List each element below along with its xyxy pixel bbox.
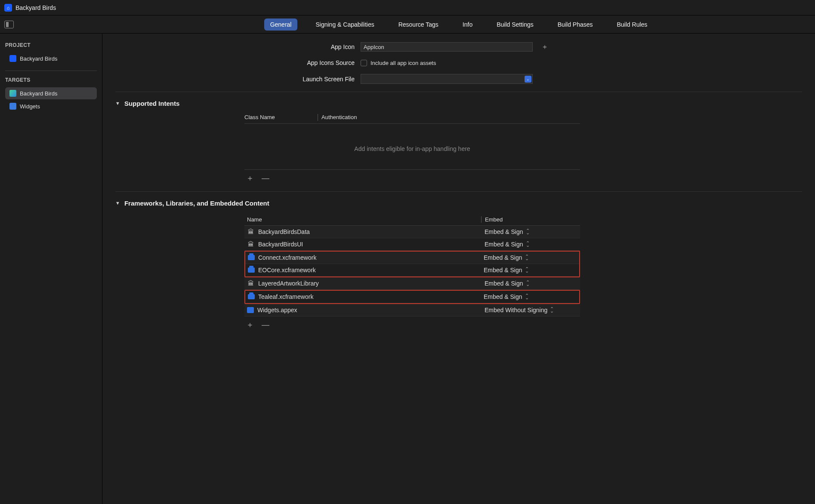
chevron-down-icon: ⌄ [525,76,531,83]
embed-stepper[interactable]: ⌃⌄ [525,268,529,273]
chevron-down-icon: ▼ [115,200,120,206]
embed-value: Embed & Sign [485,228,523,235]
embed-value: Embed & Sign [485,241,523,248]
framework-name: Widgets.appex [257,307,297,313]
targets-heading: TARGETS [5,77,97,83]
intents-col-class: Class Name [244,114,318,121]
framework-name: BackyardBirdsUI [258,241,303,248]
framework-row[interactable]: 🏛LayeredArtworkLibraryEmbed & Sign⌃⌄ [244,277,580,290]
embed-value: Embed & Sign [484,293,522,300]
add-framework-button[interactable]: ＋ [246,321,254,329]
sidebar-target-widgets[interactable]: Widgets [5,100,97,112]
intents-col-auth: Authentication [321,114,357,121]
framework-name: EOCore.xcframework [258,267,316,274]
framework-name: BackyardBirdsData [258,228,310,235]
embed-stepper[interactable]: ⌃⌄ [550,308,554,313]
titlebar: ⌂ Backyard Birds [0,0,815,15]
project-title: Backyard Birds [15,4,56,11]
framework-name: Connect.xcframework [258,254,316,261]
frameworks-table: Name Embed 🏛BackyardBirdsDataEmbed & Sig… [244,214,580,333]
framework-icon [248,267,255,273]
launch-screen-label: Launch Screen File [115,76,361,83]
frameworks-header[interactable]: ▼ Frameworks, Libraries, and Embedded Co… [115,200,802,207]
embed-stepper[interactable]: ⌃⌄ [526,230,530,234]
tab-signing-capabilities[interactable]: Signing & Capabilities [309,18,380,31]
sidebar-toggle-icon[interactable] [4,21,14,28]
project-icon [9,55,16,62]
tab-general[interactable]: General [264,18,298,31]
project-icon: ⌂ [4,4,12,12]
appex-icon [247,307,254,313]
tab-build-phases[interactable]: Build Phases [552,18,599,31]
sidebar-item-label: Widgets [20,103,40,110]
library-icon: 🏛 [247,241,255,248]
frameworks-col-embed: Embed [481,216,580,223]
embed-stepper[interactable]: ⌃⌄ [525,255,529,260]
framework-row[interactable]: Widgets.appexEmbed Without Signing⌃⌄ [244,304,580,317]
embed-value: Embed Without Signing [485,307,547,313]
framework-icon [248,255,255,260]
app-icon-input[interactable] [361,42,533,52]
app-icon-label: App Icon [115,43,361,50]
supported-intents-header[interactable]: ▼ Supported Intents [115,100,802,107]
library-icon: 🏛 [247,228,255,235]
include-icon-assets-label: Include all app icon assets [370,60,436,66]
highlight-annotation: Connect.xcframeworkEmbed & Sign⌃⌄EOCore.… [244,251,580,277]
tab-build-settings[interactable]: Build Settings [491,18,540,31]
framework-row[interactable]: EOCore.xcframeworkEmbed & Sign⌃⌄ [245,264,579,277]
sidebar-divider [5,71,97,71]
target-icon [9,103,16,110]
tab-build-rules[interactable]: Build Rules [611,18,654,31]
tab-info[interactable]: Info [457,18,479,31]
embed-value: Embed & Sign [484,254,522,261]
framework-row[interactable]: Tealeaf.xcframeworkEmbed & Sign⌃⌄ [245,291,579,303]
embed-stepper[interactable]: ⌃⌄ [526,281,530,286]
app-icons-source-label: App Icons Source [115,59,361,66]
project-heading: PROJECT [5,42,97,48]
section-title: Frameworks, Libraries, and Embedded Cont… [124,200,269,207]
framework-row[interactable]: Connect.xcframeworkEmbed & Sign⌃⌄ [245,252,579,264]
framework-row[interactable]: 🏛BackyardBirdsUIEmbed & Sign⌃⌄ [244,238,580,251]
frameworks-col-name: Name [244,216,481,223]
chevron-down-icon: ▼ [115,101,120,106]
toolbar: GeneralSigning & CapabilitiesResource Ta… [0,15,815,34]
section-title: Supported Intents [124,100,179,107]
intents-empty-text: Add intents eligible for in-app handling… [244,124,580,170]
tab-resource-tags[interactable]: Resource Tags [392,18,445,31]
framework-name: LayeredArtworkLibrary [258,280,319,287]
sidebar-item-label: Backyard Birds [20,55,57,62]
framework-row[interactable]: 🏛BackyardBirdsDataEmbed & Sign⌃⌄ [244,226,580,238]
add-intent-button[interactable]: ＋ [246,174,254,182]
target-icon [9,90,16,97]
library-icon: 🏛 [247,280,255,287]
remove-intent-button[interactable]: — [262,174,269,182]
add-app-icon-button[interactable]: ＋ [541,43,548,52]
launch-screen-select[interactable]: ⌄ [361,74,533,84]
framework-icon [248,294,255,299]
sidebar-item-label: Backyard Birds [20,90,57,97]
sidebar: PROJECT Backyard Birds TARGETS Backyard … [0,34,102,504]
highlight-annotation: Tealeaf.xcframeworkEmbed & Sign⌃⌄ [244,290,580,304]
embed-value: Embed & Sign [484,267,522,274]
remove-framework-button[interactable]: — [262,321,269,329]
embed-value: Embed & Sign [485,280,523,287]
sidebar-project-item[interactable]: Backyard Birds [5,52,97,65]
include-icon-assets-checkbox[interactable] [361,60,367,66]
editor-tabs: GeneralSigning & CapabilitiesResource Ta… [102,18,815,31]
framework-name: Tealeaf.xcframework [258,293,313,300]
embed-stepper[interactable]: ⌃⌄ [526,242,530,247]
content-pane: App Icon ＋ App Icons Source Include all … [102,34,815,504]
embed-stepper[interactable]: ⌃⌄ [525,295,529,299]
intents-table: Class Name Authentication Add intents el… [244,114,580,186]
sidebar-target-backyard-birds[interactable]: Backyard Birds [5,87,97,99]
